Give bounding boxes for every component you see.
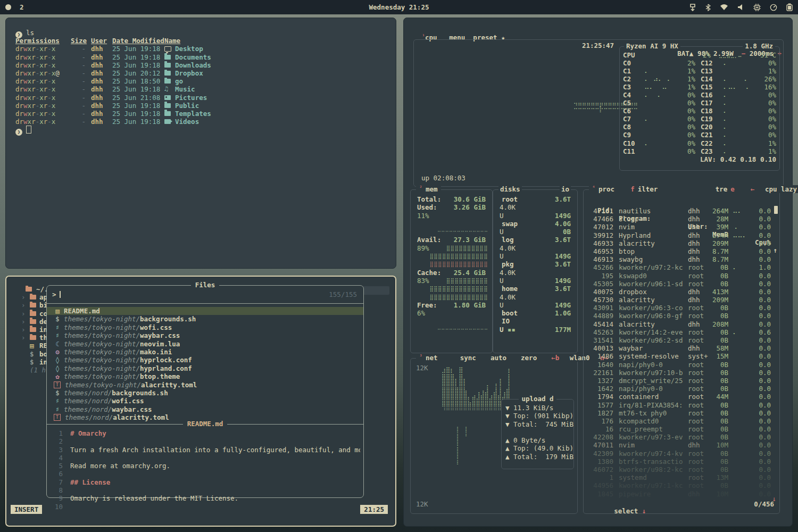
wifi-icon[interactable] — [720, 4, 728, 11]
process-row[interactable]: 40075dropboxdhh413M0.0 — [588, 288, 775, 296]
process-row[interactable]: 45305kworker/u96:1-sdroot0B0.0 — [588, 280, 775, 288]
process-row[interactable]: 47012nvimdhh39M⠠0.0 — [588, 223, 775, 231]
picker-item[interactable]: ⚙themes/tokyo-night/mako.ini — [47, 348, 363, 356]
ls-row: drwxr-xr-x-dhh25 Jun 19:18Public — [15, 102, 390, 110]
select-down-icon: ↓ — [642, 507, 646, 515]
preview-line: 10 — [47, 503, 360, 511]
neovim-window[interactable]: ~/.l›ap›bi›co›de›in›th▤RE$bo$in(1 h File… — [5, 276, 396, 527]
core-row: C1⠄1%C131% — [623, 67, 776, 75]
net-option-auto[interactable]: auto — [489, 354, 508, 362]
picker-results-list: ▤README.md$themes/tokyo-night/background… — [47, 307, 363, 421]
mem-row: 6% — [413, 309, 490, 317]
bluetooth-icon[interactable] — [705, 4, 711, 11]
proc-count: 0/456 — [754, 500, 774, 508]
mem-box-hotkey: ² — [418, 185, 424, 191]
core-row: C10⠄0%C22⠄1% — [623, 139, 776, 147]
proc-box: ⁴proc filter tree ← cpu lazy → Pid: Prog… — [583, 189, 780, 514]
process-row[interactable]: 47466slurpdhh28M0.0 — [588, 215, 775, 223]
core-row: C4⠄ ⠄0%C16⠄0% — [623, 91, 776, 99]
core-row: C80%C20⠄0% — [623, 123, 776, 131]
picker-item[interactable]: ☾themes/tokyo-night/neovim.lua — [47, 340, 363, 348]
mem-box-title[interactable]: mem — [424, 185, 439, 193]
disk-row: 4.0K — [495, 203, 575, 211]
picker-item[interactable]: ◊themes/tokyo-night/hyprlock.conf — [47, 356, 363, 364]
process-row[interactable]: 46072kworker/u98:2-kcroot0B0.0 — [588, 466, 775, 473]
process-row[interactable]: 47161nautilusdhh264M⠤⠄0.0 — [588, 207, 775, 215]
process-row[interactable]: 1577irq/81-PIXA3854:root0B0.0 — [588, 401, 775, 409]
proc-scrollbar-thumb[interactable] — [774, 206, 778, 214]
terminal-window-ls[interactable]: ❯lsPermissionsSizeUserDate ModifiedNamed… — [5, 18, 396, 269]
net-prev-iface-button[interactable]: ←b — [550, 354, 561, 362]
process-row[interactable]: 1327dmcrypt_write/25root0B0.0 — [588, 377, 775, 385]
process-row[interactable]: 1systemdroot13M0.0 — [588, 473, 775, 481]
process-row[interactable]: 47011nvimdhh10M0.0 — [588, 441, 775, 449]
mem-row: Total:30.6 GiB — [413, 195, 490, 203]
process-row[interactable]: 46913swaybgdhh8.7M0.0 — [588, 255, 775, 263]
core-row: C90%C21⠄0% — [623, 131, 776, 139]
process-row[interactable]: 22161kworker/u97:10-broot0B0.0 — [588, 369, 775, 377]
process-row[interactable]: 43091kworker/u96:3-coroot0B0.0 — [588, 304, 775, 312]
process-row[interactable]: 42208kworker/u97:3-evroot0B0.0 — [588, 433, 775, 441]
process-row[interactable]: 195kswapd0root0B0.0 — [588, 272, 775, 280]
picker-item[interactable]: ♯themes/nord/waybar.css — [47, 405, 363, 413]
process-row[interactable]: 1640napi/phy0-0root0B0.0 — [588, 361, 775, 369]
process-row[interactable]: 31541kworker/u96:2-sdroot0B0.0 — [588, 336, 775, 344]
process-row[interactable]: 1642napi/phy0-0root0B0.0 — [588, 385, 775, 393]
net-info-title: upload d — [519, 395, 556, 403]
process-row[interactable]: 44889kworker/u96:0-gfroot0B0.0 — [588, 312, 775, 320]
picker-item[interactable]: $themes/tokyo-night/backgrounds.sh — [47, 315, 363, 323]
net-option-sync[interactable]: sync — [459, 354, 478, 362]
process-row[interactable]: 45266kworker/u97:2-kcroot0B⠄1.0 — [588, 263, 775, 271]
process-row[interactable]: 46953btopdhh8.7M0.0 — [588, 247, 775, 255]
disk-row: U149G — [495, 301, 575, 309]
chip-icon[interactable] — [753, 4, 761, 11]
disks-box-title[interactable]: disks — [498, 185, 522, 193]
process-row[interactable]: 42309kworker/u97:4-kvroot0B0.0 — [588, 450, 775, 458]
battery-icon[interactable] — [786, 3, 793, 11]
process-row[interactable]: 45263kworker/14:2-everoot0B⠄0.6 — [588, 328, 775, 336]
picker-item[interactable]: ▤README.md — [47, 307, 363, 315]
gauge-icon[interactable] — [770, 4, 777, 11]
process-row[interactable]: 45730alacrittydhh209M0.0 — [588, 296, 775, 304]
process-row[interactable]: 1827mt76-tx phy0root0B0.0 — [588, 409, 775, 417]
css-icon: ♯ — [53, 397, 62, 405]
process-row[interactable]: 45414alacrittydhh208M0.0 — [588, 320, 775, 328]
process-row[interactable]: 16rcu_preemptroot0B0.0 — [588, 425, 775, 433]
net-option-zero[interactable]: zero — [519, 354, 538, 362]
picker-item[interactable]: ◊themes/tokyo-night/hyprland.conf — [47, 364, 363, 372]
picker-item[interactable]: ♯themes/tokyo-night/waybar.css — [47, 331, 363, 339]
picker-item[interactable]: ✿themes/tokyo-night/btop.theme — [47, 372, 363, 380]
select-button[interactable]: select — [614, 507, 638, 515]
process-row[interactable]: 1794containerdroot44M0.0 — [588, 393, 775, 401]
process-row[interactable]: 1380btrfs-transactioroot0B0.0 — [588, 458, 775, 466]
net-box-title[interactable]: net — [424, 354, 439, 362]
picker-item[interactable]: ♯themes/tokyo-night/wofi.css — [47, 323, 363, 331]
proc-box-title[interactable]: proc — [597, 185, 616, 193]
updates-icon[interactable] — [689, 4, 696, 11]
preview-line: 6 — [47, 470, 360, 478]
process-row[interactable]: 46933alacrittydhh209M0.0 — [588, 239, 775, 247]
process-row[interactable]: 176kcompactd0root0B0.0 — [588, 417, 775, 425]
btop-window[interactable]: ¹cpu menu preset ★ 21:25:47 BAT▲ 98% 2.9… — [403, 18, 793, 527]
process-row[interactable]: 44956kworker/u97:1-kcroot0B0.0 — [588, 481, 775, 489]
tree-toggle-button[interactable]: tree — [712, 185, 738, 193]
volume-icon[interactable] — [737, 4, 744, 11]
io-toggle[interactable]: io — [560, 185, 571, 193]
lua-icon: ☾ — [53, 340, 62, 348]
picker-search-input[interactable]: > 155/155 — [52, 290, 358, 300]
process-row[interactable]: 40013waybardhh58M0.0 — [588, 344, 775, 352]
theme-icon: ✿ — [53, 372, 62, 380]
picker-item[interactable]: Tthemes/tokyo-night/alacritty.toml — [47, 381, 363, 389]
picker-item[interactable]: ♯themes/nord/wofi.css — [47, 397, 363, 405]
workspace-indicator[interactable]: 2 — [20, 3, 24, 11]
filter-button[interactable]: filter — [627, 185, 661, 193]
process-row[interactable]: 1845pipewiredhh10M0.0 — [588, 490, 775, 498]
process-row[interactable]: 39912Hyprlanddhh274M⠤⠤⠄0.0 — [588, 231, 775, 239]
sh-icon: $ — [53, 389, 62, 397]
mem-row: ⠒⠒⠒⠒⠒⠒⠒⠒⠒⠒⠒⠒⠒ — [413, 326, 490, 334]
readme-preview: 1# Omarchy23Turn a fresh Arch installati… — [47, 429, 360, 511]
cpu-temp-graph: ⣀⣀⣶⣀⡀… — [719, 51, 742, 59]
picker-item[interactable]: $themes/nord/backgrounds.sh — [47, 389, 363, 397]
sort-left-button[interactable]: ← — [749, 185, 757, 193]
process-row[interactable]: 1486systemd-resolvesyst+15M0.0 — [588, 352, 775, 360]
